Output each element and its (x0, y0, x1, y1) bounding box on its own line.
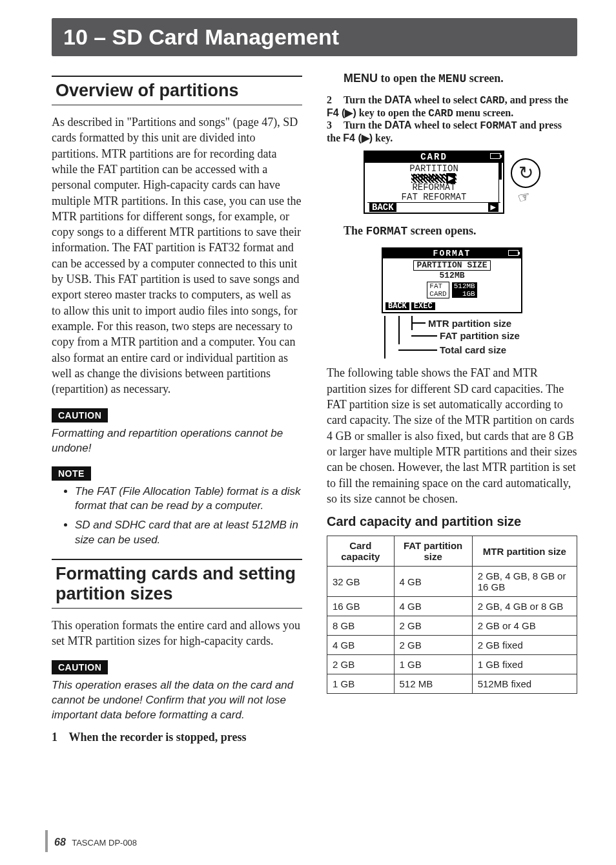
lcd-item-selected: FORMAT▶ (411, 174, 457, 183)
chapter-title: 10 – SD Card Management (52, 18, 577, 56)
th-fat-size: FAT partition size (394, 536, 472, 567)
table-row: 8 GB2 GB2 GB or 4 GB (327, 616, 577, 636)
annotation-mtr: MTR partition size (428, 318, 511, 329)
hand-icon: ☞ (516, 188, 533, 207)
caution-label-2: CAUTION (52, 660, 108, 674)
card-option: CARD (480, 95, 504, 107)
t: key to open the (356, 107, 429, 118)
model-name: TASCAM DP-008 (72, 838, 137, 848)
step-number: 1 (52, 729, 66, 745)
th-mtr-size: MTR partition size (472, 536, 577, 567)
t: to open the (378, 72, 438, 85)
menu-screen-name: MENU (438, 72, 466, 85)
lcd-title: CARD (420, 152, 447, 162)
step-number: 2 (327, 94, 341, 106)
cell: 512 MB (394, 674, 472, 694)
cell: 1 GB (394, 655, 472, 674)
cell: 2 GB (327, 655, 395, 674)
step-1-start: 1 When the recorder is stopped, press (52, 729, 302, 745)
step-1-cont: MENU to open the MENU screen. (344, 70, 577, 87)
note-list: The FAT (File Allocation Table) format i… (52, 485, 302, 547)
page-footer: 68 TASCAM DP-008 (54, 837, 137, 848)
format-screen-opens: The FORMAT screen opens. (344, 223, 577, 239)
f4-key: F4 (▶) (327, 107, 356, 118)
note-item: The FAT (File Allocation Table) format i… (75, 485, 302, 513)
lcd-item: REFORMAT (367, 183, 500, 193)
th-card-capacity: Card capacity (327, 536, 395, 567)
left-column: Overview of partitions As described in "… (52, 70, 302, 745)
cell: 4 GB (394, 567, 472, 597)
table-row: 32 GB4 GB2 GB, 4 GB, 8 GB or 16 GB (327, 567, 577, 597)
jog-wheel-icon (511, 158, 540, 188)
t: Turn the (344, 120, 384, 130)
cell: 32 GB (327, 567, 395, 597)
format-screen-name: FORMAT (366, 225, 408, 238)
menu-key: MENU (344, 72, 378, 85)
table-row: 1 GB512 MB512MB fixed (327, 674, 577, 694)
fat-card-values: 512MB 1GB (452, 282, 477, 298)
annotation-total: Total card size (440, 344, 506, 355)
data-wheel: DATA (384, 94, 411, 105)
lcd-exec: EXEC (411, 302, 435, 311)
section-format-body: This operation formats the entire card a… (52, 618, 302, 649)
cell: 2 GB, 4 GB, 8 GB or 16 GB (472, 567, 577, 597)
t: FORMAT (413, 173, 445, 183)
step-number: 3 (327, 120, 341, 131)
cell: 4 GB (394, 597, 472, 616)
t: wheel to select (412, 120, 480, 130)
battery-icon (490, 153, 500, 159)
table-row: 4 GB2 GB2 GB fixed (327, 636, 577, 655)
cell: 8 GB (327, 616, 395, 636)
note-item: SD and SDHC card that are at least 512MB… (75, 518, 302, 547)
table-row: 16 GB4 GB2 GB, 4 GB or 8 GB (327, 597, 577, 616)
format-option: FORMAT (480, 120, 517, 132)
page-number: 68 (54, 837, 66, 848)
lcd-item: FAT REFORMAT (367, 193, 500, 202)
cell: 512MB fixed (472, 674, 577, 694)
battery-icon (508, 250, 518, 256)
t: wheel to select (412, 94, 480, 105)
section-overview-body: As described in "Partitions and songs" (… (52, 114, 302, 397)
step-text: When the recorder is stopped, press (69, 731, 247, 744)
f4-key: F4 (▶) (343, 132, 373, 143)
step-3: 3 Turn the DATA wheel to select FORMAT a… (327, 120, 577, 144)
table-subhead: Card capacity and partition size (327, 514, 577, 529)
data-wheel: DATA (384, 120, 411, 130)
annotation-fat: FAT partition size (440, 330, 520, 341)
select-arrow-icon: ▶ (446, 173, 455, 183)
lcd-card-menu: CARD PARTITION FORMAT▶ REFORMAT FAT REFO… (327, 151, 577, 214)
caution-text-2: This operation erases all the data on th… (52, 678, 302, 723)
lcd-title: FORMAT (433, 249, 471, 258)
step-2: 2 Turn the DATA wheel to select CARD, an… (327, 94, 577, 120)
right-column: MENU to open the MENU screen. 2 Turn the… (327, 70, 577, 745)
cell: 2 GB (394, 636, 472, 655)
partition-size-value: 512MB (387, 271, 517, 280)
section-overview-title: Overview of partitions (52, 76, 302, 105)
t: screen opens. (407, 224, 476, 237)
t: menu screen. (453, 107, 513, 118)
t: The (344, 224, 366, 237)
partition-explanation: The following table shows the FAT and MT… (327, 365, 577, 506)
lcd-format-screen-annotated: FORMAT PARTITION SIZE 512MB FAT CARD 512… (327, 247, 577, 359)
fat-card-label: FAT CARD (427, 282, 449, 298)
lcd-back: BACK (385, 302, 409, 311)
lcd-item: PARTITION (367, 164, 500, 174)
partition-size-label: PARTITION SIZE (413, 260, 490, 271)
cell: 1 GB fixed (472, 655, 577, 674)
cell: 2 GB or 4 GB (472, 616, 577, 636)
t: Turn the (344, 94, 384, 105)
footer-accent (45, 830, 48, 852)
cell: 2 GB fixed (472, 636, 577, 655)
caution-label-1: CAUTION (52, 408, 108, 422)
cell: 16 GB (327, 597, 395, 616)
cell: 1 GB (327, 674, 395, 694)
note-label: NOTE (52, 466, 91, 481)
t: , and press the (505, 94, 568, 105)
table-row: 2 GB1 GB1 GB fixed (327, 655, 577, 674)
card-menu: CARD (428, 108, 453, 120)
lcd-back: BACK (369, 203, 396, 213)
t: screen. (466, 72, 504, 85)
caution-text-1: Formatting and repartition operations ca… (52, 426, 302, 456)
cell: 4 GB (327, 636, 395, 655)
lcd-forward-icon: ▶ (488, 203, 498, 213)
